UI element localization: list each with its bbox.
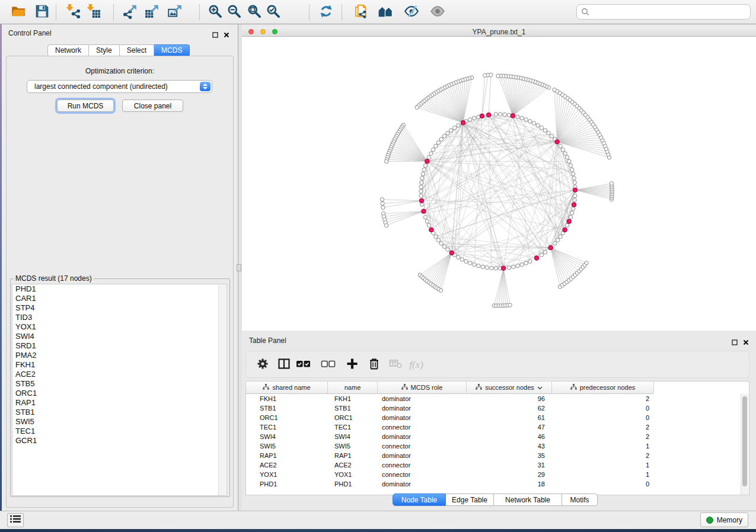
open-file-button[interactable] — [10, 4, 26, 20]
mcds-hub-node[interactable] — [422, 209, 426, 214]
tab-mcds[interactable]: MCDS — [154, 44, 190, 57]
zoom-selected-button[interactable] — [265, 4, 281, 20]
mcds-hub-node[interactable] — [486, 113, 491, 117]
mcds-hub-node[interactable] — [429, 227, 434, 232]
column-header-MCDS-role[interactable]: MCDS role — [378, 382, 467, 393]
mcds-hub-node[interactable] — [563, 227, 567, 232]
zoom-in-button[interactable] — [207, 4, 223, 20]
sort-descending-icon — [537, 384, 543, 391]
import-network-button[interactable] — [65, 4, 81, 20]
mcds-result-item[interactable]: PHD1 — [12, 284, 227, 294]
optimization-criterion-select[interactable]: largest connected component (undirected) — [27, 80, 212, 93]
table-row[interactable]: STB1STB1dominator620 — [246, 403, 742, 413]
import-table-button[interactable] — [85, 4, 101, 20]
mcds-result-item[interactable]: STP4 — [12, 303, 227, 313]
mcds-list-scrollbar[interactable] — [218, 285, 226, 496]
table-row[interactable]: RAP1RAP1dominator352 — [246, 451, 742, 460]
column-header-successor-nodes[interactable]: successor nodes — [467, 382, 552, 393]
tab-style[interactable]: Style — [89, 44, 120, 57]
memory-button[interactable]: Memory — [700, 512, 748, 527]
mcds-result-item[interactable]: YOX1 — [12, 322, 227, 332]
mcds-hub-node[interactable] — [534, 256, 539, 261]
splitter-handle[interactable] — [237, 264, 241, 271]
select-all-button[interactable] — [296, 357, 311, 373]
float-panel-icon[interactable] — [212, 30, 218, 40]
column-header-predecessor-nodes[interactable]: predecessor nodes — [552, 382, 654, 393]
table-row[interactable]: TEC1TEC1connector472 — [246, 422, 742, 432]
mcds-result-item[interactable]: RAP1 — [12, 398, 227, 408]
table-row[interactable]: FKH1FKH1dominator962 — [246, 394, 742, 403]
float-table-panel-icon[interactable] — [732, 337, 738, 348]
network-window-titlebar[interactable]: YPA_prune.txt_1 — [242, 27, 756, 37]
mcds-hub-node[interactable] — [461, 120, 465, 125]
tab-node-table[interactable]: Node Table — [393, 493, 446, 506]
mcds-result-item[interactable]: SRD1 — [12, 341, 227, 351]
clone-network-button[interactable] — [352, 4, 368, 20]
mcds-result-item[interactable]: TEC1 — [12, 427, 227, 436]
table-row[interactable]: SWI5SWI5connector431 — [246, 441, 742, 451]
tab-select[interactable]: Select — [120, 44, 154, 57]
hide-selected-button[interactable] — [403, 4, 419, 20]
column-header-shared-name[interactable]: shared name — [246, 382, 328, 393]
show-all-button[interactable] — [429, 4, 445, 20]
close-panel-button[interactable]: Close panel — [122, 100, 183, 112]
table-panel-tabs: Node TableEdge TableNetwork TableMotifs — [393, 493, 598, 506]
mcds-result-item[interactable]: STB1 — [12, 408, 227, 417]
mcds-hub-node[interactable] — [567, 219, 572, 224]
mcds-hub-node[interactable] — [419, 198, 424, 203]
mcds-hub-node[interactable] — [501, 266, 506, 271]
zoom-fit-button[interactable] — [246, 4, 262, 20]
cell-MCDS-role: dominator — [378, 405, 467, 412]
table-row[interactable]: ORC1ORC1dominator610 — [246, 413, 742, 422]
first-neighbors-button[interactable] — [377, 4, 393, 20]
settings-button[interactable] — [255, 357, 270, 373]
delete-column-button[interactable] — [366, 357, 382, 373]
mcds-result-item[interactable]: SWI4 — [12, 332, 227, 341]
mcds-result-item[interactable]: ACE2 — [12, 370, 227, 379]
table-row[interactable]: SWI4SWI4dominator462 — [246, 432, 742, 441]
mcds-result-item[interactable]: ORC1 — [12, 389, 227, 398]
table-row[interactable]: ACE2ACE2connector311 — [246, 460, 742, 470]
refresh-button[interactable] — [318, 4, 334, 20]
show-panels-button[interactable] — [7, 513, 24, 527]
tab-motifs[interactable]: Motifs — [562, 493, 598, 506]
close-table-panel-icon[interactable] — [743, 337, 749, 348]
mcds-hub-node[interactable] — [572, 203, 576, 207]
mcds-hub-node[interactable] — [511, 114, 515, 118]
table-row[interactable]: PHD1PHD1dominator180 — [246, 479, 742, 489]
mcds-hub-node[interactable] — [548, 245, 553, 250]
close-panel-icon[interactable] — [224, 30, 229, 40]
tab-network[interactable]: Network — [47, 44, 89, 57]
network-canvas[interactable] — [242, 37, 756, 331]
mcds-hub-node[interactable] — [573, 188, 578, 193]
mcds-result-item[interactable]: SWI5 — [12, 417, 227, 427]
mcds-hub-node[interactable] — [555, 140, 560, 145]
export-network-button[interactable] — [122, 4, 138, 20]
zoom-out-button[interactable] — [226, 4, 242, 20]
mcds-hub-node[interactable] — [425, 159, 430, 164]
export-table-button[interactable] — [143, 4, 160, 20]
mcds-result-item[interactable]: GCR1 — [12, 436, 227, 446]
mcds-result-item[interactable]: CAR1 — [12, 294, 227, 303]
show-columns-button[interactable] — [276, 357, 292, 373]
mcds-result-list[interactable]: PHD1CAR1STP4TID3YOX1SWI4SRD1PMA2FKH1ACE2… — [12, 284, 227, 496]
deselect-all-button[interactable] — [321, 357, 336, 373]
column-header-name[interactable]: name — [328, 382, 378, 393]
run-mcds-button[interactable]: Run MCDS — [57, 100, 114, 112]
save-session-button[interactable] — [34, 4, 50, 20]
tab-edge-table[interactable]: Edge Table — [446, 493, 494, 506]
mcds-result-item[interactable]: FKH1 — [12, 360, 227, 370]
table-scrollbar[interactable] — [741, 394, 748, 495]
mcds-hub-node[interactable] — [449, 251, 454, 255]
add-column-button[interactable] — [344, 357, 360, 373]
table-row[interactable]: YOX1YOX1connector291 — [246, 470, 742, 479]
mcds-hub-node[interactable] — [480, 114, 484, 118]
search-input[interactable] — [592, 5, 749, 20]
export-image-button[interactable] — [167, 4, 183, 20]
network-view[interactable] — [242, 37, 756, 331]
tab-network-table[interactable]: Network Table — [494, 493, 562, 506]
table-scrollbar-thumb[interactable] — [742, 396, 747, 486]
mcds-result-item[interactable]: STB5 — [12, 379, 227, 389]
mcds-result-item[interactable]: TID3 — [12, 313, 227, 322]
mcds-result-item[interactable]: PMA2 — [12, 351, 227, 360]
